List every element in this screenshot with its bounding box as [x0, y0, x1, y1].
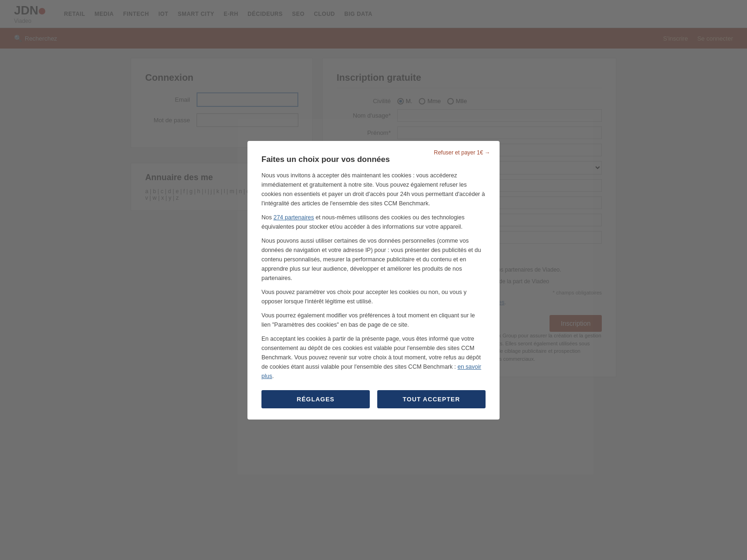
partners-link[interactable]: 274 partenaires [274, 214, 314, 221]
cookie-text-4: Vous pouvez paramétrer vos choix pour ac… [261, 287, 486, 306]
refuse-link[interactable]: Refuser et payer 1€ → [434, 149, 490, 156]
cookie-modal-title: Faites un choix pour vos données [261, 155, 486, 164]
cookie-text-5: Vous pourrez également modifier vos préf… [261, 311, 486, 329]
cookie-overlay: Faites un choix pour vos données Refuser… [0, 0, 747, 386]
cookie-text-6-suffix: . [272, 373, 274, 379]
cookie-modal: Faites un choix pour vos données Refuser… [247, 141, 500, 387]
cookie-text-1: Nous vous invitons à accepter dès mainte… [261, 171, 486, 208]
cookie-text-6-prefix: En acceptant les cookies à partir de la … [261, 336, 481, 370]
cookie-text-6: En acceptant les cookies à partir de la … [261, 334, 486, 381]
cookie-text-3: Nous pouvons aussi utiliser certaines de… [261, 236, 486, 283]
cookie-text-partners: Nos 274 partenaires et nous-mêmes utilis… [261, 213, 486, 231]
partners-prefix: Nos [261, 214, 274, 221]
